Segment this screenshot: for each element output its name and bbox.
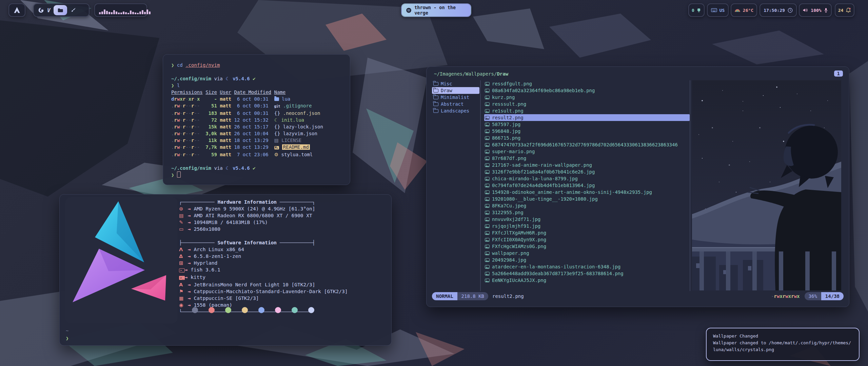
lua-icon: ☾	[274, 117, 279, 123]
file-item[interactable]: 20492984.jpg	[484, 257, 690, 263]
fetch-window[interactable]: ┌─────────── Hardware Information ──────…	[59, 194, 392, 346]
terminal-icon: >_	[179, 276, 185, 280]
file-item[interactable]: nnvuv0xj2df71.jpg	[484, 216, 690, 223]
file-item[interactable]: kurz.png	[484, 94, 690, 101]
file-item[interactable]: 3122955.png	[484, 209, 690, 216]
workspace-files-active[interactable]	[54, 5, 67, 15]
file-item[interactable]: resssult.png	[484, 101, 690, 107]
file-manager-window[interactable]: ~/Imagenes/Wallpapers/Draw 1 MiscDrawMin…	[426, 66, 849, 307]
workspace-paint[interactable]	[70, 7, 76, 13]
file-permissions: -rwxrwxrwx	[771, 293, 800, 299]
file-item[interactable]: chica-mirando-la-luna-8799.jpg	[484, 175, 690, 182]
file-item[interactable]: atardecer-en-la-montanas-ilustracion-634…	[484, 263, 690, 270]
terminal-line: ❯	[171, 171, 342, 178]
path-prefix: ~/Imagenes/Wallpapers/	[434, 71, 497, 77]
fetch-line: ✎→ 10948MiB / 64183MiB (17%)	[179, 219, 348, 226]
file-item[interactable]: FXfcHgcWIAMzs0G.png	[484, 243, 690, 250]
shell-prompt: ❯	[66, 335, 68, 342]
notification-popup[interactable]: Wallpaper Changed Wallpaper changed to /…	[706, 328, 860, 361]
arch-icon: Λ	[179, 246, 188, 253]
visualizer-bar	[118, 13, 120, 14]
terminal-line	[171, 158, 342, 165]
volume-module[interactable]: 100%	[799, 3, 832, 17]
image-file-icon	[485, 251, 490, 255]
icons-icon: ▦	[179, 295, 188, 302]
fetch-line: ▭→ 868x366	[179, 226, 348, 232]
file-item[interactable]: FXfcJlTXgAMvH6R.png	[484, 229, 690, 236]
notifications-count: 24	[838, 8, 844, 13]
memory-icon: ✎	[179, 219, 188, 226]
file-item[interactable]: 8FKa7Cu.jpeg	[484, 202, 690, 209]
file-item[interactable]: 596848.jpg	[484, 128, 690, 135]
wallpaper-shard	[326, 14, 387, 51]
file-item[interactable]: re1sult.png	[484, 107, 690, 114]
workspace-firefox[interactable]	[38, 7, 44, 13]
terminal-output: ❯ cd .config/nvim ~/.config/nvim via ☾ v…	[171, 62, 342, 178]
file-item[interactable]: wallpaper.png	[484, 250, 690, 257]
theme-icon: ⚑	[179, 288, 188, 295]
git-icon: git	[274, 104, 280, 108]
visualizer-bar	[123, 12, 124, 14]
file-item[interactable]: FXfcII0X0AQyn9X.png	[484, 236, 690, 243]
file-item[interactable]: result2.png	[484, 114, 690, 121]
file-item[interactable]: 3126f7e9bbf21a8a4af0b67b041c6e26.jpg	[484, 168, 690, 175]
visualizer-bar	[116, 12, 117, 14]
file-item[interactable]: rsjqojlmjhf91.jpg	[484, 223, 690, 229]
notifications-module[interactable]: 24	[835, 3, 854, 17]
pane-divider	[690, 80, 690, 291]
fetch-line: ▤→ AMD ATI Radeon RX 6800/6800 XT / 6900…	[179, 212, 348, 219]
folder-open-icon	[433, 82, 438, 86]
unread-dot	[849, 8, 851, 9]
parent-dir-misc[interactable]: Misc	[432, 80, 479, 87]
file-item[interactable]: 154928-odinokoe_anime-art-anime-okno-sin…	[484, 189, 690, 196]
fetch-line	[179, 232, 348, 239]
file-item[interactable]: 5a266e448add93deab367d87173e9f25-6837886…	[484, 270, 690, 277]
desktop: V thrown - on the verge 0	[0, 0, 868, 366]
now-playing-widget[interactable]: thrown - on the verge	[401, 3, 471, 17]
image-file-icon	[485, 184, 490, 187]
image-file-icon	[485, 102, 490, 106]
file-item[interactable]: EeNKYgIUcAAJ5JX.png	[484, 277, 690, 284]
parent-dir-landscapes[interactable]: Landscapes	[432, 107, 479, 114]
notification-title: Wallpaper Changed	[713, 333, 852, 340]
file-item[interactable]: 0c794faf07de24a4db4d4fb1eb813964.jpg	[484, 182, 690, 189]
speaker-icon	[803, 8, 808, 13]
fetch-line: ├─────────── Software Information ──────…	[179, 239, 348, 246]
wallpaper-shard	[549, 14, 651, 58]
terminal-window[interactable]: ❯ cd .config/nvim ~/.config/nvim via ☾ v…	[163, 54, 350, 185]
file-item[interactable]: 19201080-__blue-tinge__-1920×1080.jpg	[484, 196, 690, 202]
visualizer-bar	[108, 12, 110, 14]
keyboard-layout: US	[719, 8, 725, 13]
file-item[interactable]: 866715.png	[484, 135, 690, 141]
launcher-button[interactable]	[8, 3, 25, 17]
weather-module[interactable]: 26°C	[731, 3, 757, 17]
terminal-line: .rw-r--r-- 183 matt 6 oct 00:31 {} .neoc…	[171, 110, 342, 117]
image-file-icon	[485, 143, 490, 147]
parent-dir-abstract[interactable]: Abstract	[432, 101, 479, 107]
keyboard-layout-module[interactable]: US	[707, 3, 729, 17]
tab-indicator[interactable]: 1	[834, 70, 843, 77]
folder-open-icon	[433, 96, 438, 99]
volume-level: 100%	[811, 8, 821, 13]
file-item[interactable]: 587597.jpg	[484, 121, 690, 128]
file-item[interactable]: 08a634fa02a32364f69ebc86a98eb1eb.png	[484, 87, 690, 94]
arch-logo-icon	[13, 6, 21, 14]
updates-module[interactable]: 0	[688, 3, 705, 17]
firefox-icon	[38, 7, 44, 13]
file-item[interactable]: super-mario.png	[484, 148, 690, 155]
parent-dir-draw[interactable]: Draw	[432, 87, 479, 94]
image-file-icon	[485, 197, 490, 201]
fetch-line: A→ JetBrainsMono Nerd Font Light 10 [GTK…	[179, 281, 348, 288]
file-item[interactable]: 217167-sad-anime-rain-wallpaper.png	[484, 162, 690, 168]
visualizer-bar	[104, 9, 105, 14]
workspace-vim[interactable]: V	[47, 7, 51, 14]
file-item[interactable]: 87r687df.png	[484, 155, 690, 162]
folder-icon	[274, 97, 279, 101]
file-item[interactable]: 68747470733a2f2f696d616765732d7769786d70…	[484, 141, 690, 148]
clock-module[interactable]: 17:50:29	[760, 3, 797, 17]
image-file-icon	[485, 157, 490, 160]
breadcrumb: ~/Imagenes/Wallpapers/Draw	[434, 71, 508, 77]
file-item[interactable]: ressdfgult.png	[484, 80, 690, 87]
parent-dir-minimalist[interactable]: Minimalist	[432, 94, 479, 101]
keyboard-icon	[711, 8, 717, 12]
